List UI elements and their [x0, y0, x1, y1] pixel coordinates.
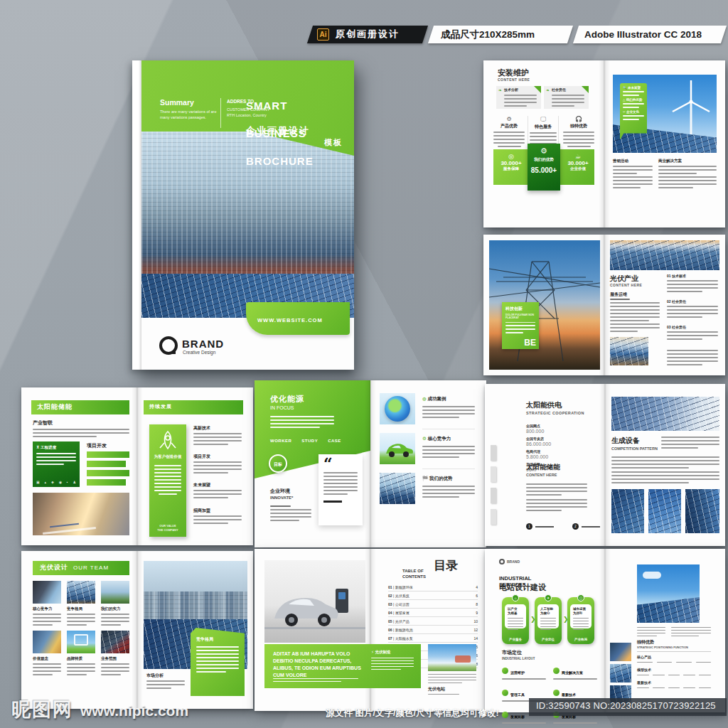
station-market-title: 市场定位	[502, 650, 522, 655]
headset-icon: 🎧	[563, 116, 594, 122]
cover-spine	[132, 60, 141, 370]
spread-industry: 科技创新 DOLOR PULVINAR NON PLACERAT BE 光伏产业…	[483, 235, 725, 375]
industry-item2: 02 社会责任	[667, 300, 686, 304]
callout-item-3: ✂ 企业文化	[623, 110, 644, 114]
focus-quote-card: “	[318, 454, 363, 525]
text-lines	[67, 614, 95, 628]
install-stat-left-value: 30.000+	[496, 160, 526, 166]
industry-section: 服务运维	[610, 292, 627, 297]
station-adv-sub: STRATEGIC POSITIONING FUNCTION	[637, 646, 688, 650]
check-icon	[502, 690, 508, 696]
market-item: 运营维护	[502, 664, 546, 682]
monitor-icon: 🖵	[530, 116, 557, 123]
text-lines	[193, 515, 242, 526]
silver-car-graphic	[264, 560, 365, 643]
install-stat-right-value: 30.000+	[563, 160, 593, 166]
team-photo-3	[101, 581, 129, 604]
supply-right-sub: COMPETITION PATTERN	[611, 446, 658, 451]
solar-tilt-photo	[610, 337, 648, 365]
install-stat-mid-value: 85.000+	[528, 166, 560, 174]
callout-item-1: 🔍 未来展望	[623, 86, 644, 90]
ai-icon: Ai	[317, 28, 329, 41]
green-car-photo	[380, 433, 415, 464]
team-cell2-label: 竞争格局	[67, 606, 82, 611]
install-stat-left-label: 服务保障	[496, 166, 526, 171]
text-lines	[101, 614, 129, 628]
install-stat-right-label: 企业价值	[563, 166, 593, 171]
industry-photo-box-sub: DOLOR PULVINAR NON PLACERAT	[505, 314, 535, 319]
cover-title-cn-sub: 模板	[246, 138, 343, 147]
station-title-cn: 电站设计建设	[499, 583, 546, 592]
supply-right-title: 生成设备	[611, 437, 640, 445]
text-lines	[611, 456, 719, 486]
market-item: 商业解决方案	[553, 664, 597, 682]
brochure-cover: Summary There are many variations of are…	[132, 60, 354, 370]
team-subtitle: OUR TEAM	[73, 564, 109, 571]
team-photo-1	[33, 581, 61, 604]
storage-section1: 产业智联	[33, 420, 53, 426]
bullet-lines	[667, 350, 718, 368]
toc-station-title: 光伏电站	[428, 687, 445, 692]
focus-tab-study: STUDY	[301, 439, 318, 443]
text-lines	[667, 306, 718, 320]
install-colA-title: 营销活动	[613, 159, 628, 163]
focus-tab-worker: WORKER	[270, 439, 291, 443]
station-row3-title: 最新技术	[637, 681, 651, 685]
install-box2-title: 社会责任	[552, 88, 566, 92]
top-label-original: 原创画册设计	[336, 29, 400, 40]
storage-panel-footer1: OUR VALUE	[159, 524, 176, 528]
storage-header-right: 持续发展	[144, 400, 243, 414]
team-cell6-label: 业务范围	[101, 656, 117, 660]
industry-photo-box-big: BE	[524, 338, 536, 348]
spread-station: BRAND INDUSTRIALSERVICES 电站设计建设 ⌂ 以产业为根基…	[485, 549, 725, 712]
storage-header-left-label: 太阳能储能	[37, 403, 73, 410]
check-icon	[502, 712, 508, 718]
bubble-badge-icon: ⌂	[512, 594, 519, 601]
storage-right-item3: 未来展望	[193, 483, 210, 488]
team-cell5-label: 品牌特质	[67, 656, 82, 660]
focus-row2-label: ⚙ 核心竞争力	[422, 436, 451, 441]
text-lines	[428, 674, 476, 685]
focus-row1-label: ◍ 成功案例	[422, 396, 446, 401]
install-box1: 技术分析 ❧	[496, 86, 541, 109]
spread-toc: ADITAT AB IUM HARUPTA VOLO DEBITIO NECUL…	[255, 549, 486, 711]
focus-tabs: WORKER STUDY CASE	[270, 439, 341, 443]
station-row1-title: 核心产品	[637, 655, 651, 660]
install-colB-title: 商业解决方案	[658, 159, 682, 163]
check-icon	[553, 668, 560, 674]
solar-aerial-photo	[611, 397, 719, 431]
solar-field-photo	[610, 240, 719, 270]
cover-summary-text: There are many variations of are many va…	[160, 109, 218, 121]
text-lines	[613, 166, 653, 191]
station-market-grid: 运营维护 商业解决方案 管理工具 最新技术 发展目标 发展目标	[502, 664, 597, 726]
station-photo-2	[610, 664, 631, 682]
install-stat-left: ◎ 30.000+ 服务保障	[496, 153, 526, 171]
install-col3-label: 独特优势	[563, 124, 594, 129]
text-lines	[504, 95, 537, 109]
team-photo-6	[101, 631, 129, 653]
toc-heading-en: TABLE OFCONTENTS	[402, 563, 426, 579]
trophy-icon: ☕	[563, 153, 593, 160]
stat-label: 全国网点	[526, 424, 551, 428]
install-box1-title: 技术分析	[504, 88, 518, 92]
storage-list-title: 项目开发	[87, 443, 107, 449]
car-garage-photo	[264, 560, 365, 643]
text-lines	[270, 505, 311, 523]
focus-subtitle: IN FOCUS	[270, 405, 294, 411]
team-market-title: 市场分析	[146, 673, 164, 678]
text-lines	[661, 437, 719, 451]
text-lines	[193, 433, 242, 447]
quote-icon: “	[323, 459, 358, 469]
nipic-url: www.nipic.com	[80, 702, 188, 719]
spread-team: 光伏设计 OUR TEAM 核心竞争力 竞争格局 我们的实力 价值观念 品牌特质…	[21, 551, 253, 709]
station-brand: BRAND	[499, 559, 520, 564]
station-photo-1	[610, 643, 631, 661]
segment-lines	[637, 675, 711, 678]
gear-badge-icon: ⚙	[422, 436, 428, 441]
cover-divider	[220, 98, 221, 128]
spread-supply: 太阳能供电 STRATEGIC COOPERATION 全国网点 800.000…	[485, 384, 725, 546]
storage-right-item2: 项目开发	[193, 454, 210, 459]
house-icon	[74, 634, 88, 646]
cloud-shape	[643, 572, 661, 579]
team-callout: 竞争格局	[191, 628, 245, 696]
